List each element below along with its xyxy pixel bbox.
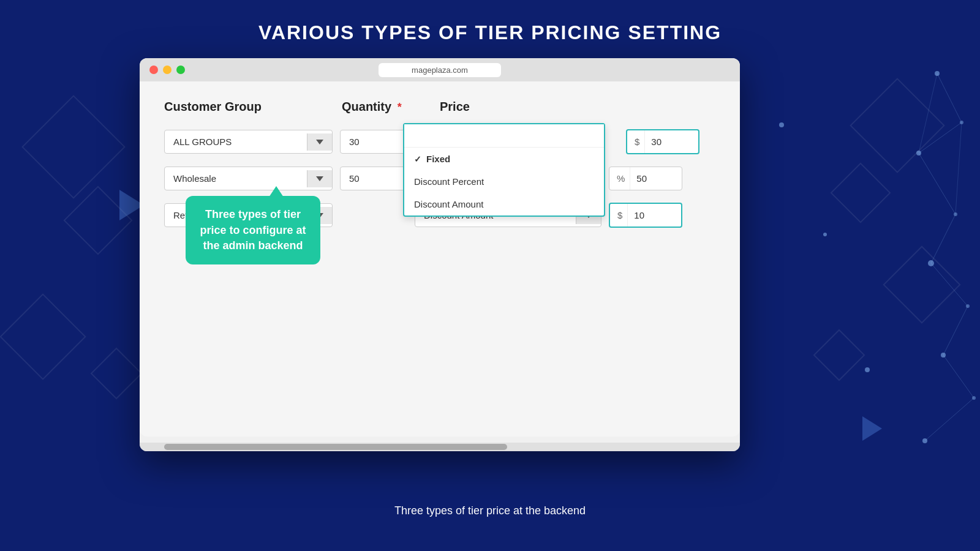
page-caption: Three types of tier price at the backend bbox=[0, 504, 980, 517]
customer-group-select-1[interactable]: ALL GROUPS bbox=[164, 130, 333, 154]
svg-point-6 bbox=[941, 353, 946, 358]
dot-2 bbox=[823, 233, 827, 236]
browser-content: Customer Group Quantity * Price ALL GROU… bbox=[140, 81, 740, 437]
svg-line-15 bbox=[943, 355, 974, 398]
price-type-dropdown[interactable]: ✓ Fixed Discount Percent Discount Amount bbox=[403, 123, 605, 217]
svg-line-18 bbox=[956, 122, 962, 214]
price-amount-1: 30 bbox=[645, 130, 668, 153]
svg-line-16 bbox=[925, 398, 974, 441]
svg-line-11 bbox=[919, 153, 956, 214]
dropdown-option-fixed[interactable]: ✓ Fixed bbox=[404, 148, 604, 170]
table-row-1: ALL GROUPS 30 ✓ Fixed Discount Percent bbox=[164, 129, 715, 154]
browser-maximize-button[interactable] bbox=[176, 66, 185, 74]
arrow-down-icon-1 bbox=[316, 140, 323, 144]
svg-point-8 bbox=[922, 438, 927, 443]
tooltip-bubble: Three types of tier price to configure a… bbox=[186, 196, 320, 264]
svg-line-9 bbox=[937, 73, 962, 122]
hex-1 bbox=[21, 95, 126, 199]
price-symbol-2: % bbox=[609, 167, 630, 190]
table-rows: ALL GROUPS 30 ✓ Fixed Discount Percent bbox=[164, 129, 715, 228]
svg-point-0 bbox=[935, 71, 940, 76]
price-value-box-3[interactable]: $ 10 bbox=[609, 203, 682, 228]
customer-group-select-2[interactable]: Wholesale bbox=[164, 167, 333, 190]
customer-group-arrow-2[interactable] bbox=[307, 170, 332, 187]
price-value-box-2[interactable]: % 50 bbox=[609, 167, 682, 190]
svg-point-4 bbox=[928, 260, 934, 266]
dropdown-search-input[interactable] bbox=[404, 124, 604, 148]
svg-line-10 bbox=[919, 122, 962, 153]
browser-minimize-button[interactable] bbox=[163, 66, 172, 74]
dot-3 bbox=[865, 367, 870, 372]
hex-7 bbox=[883, 246, 960, 323]
svg-point-3 bbox=[954, 212, 957, 216]
triangle-right-2 bbox=[862, 416, 882, 441]
svg-point-5 bbox=[966, 304, 970, 308]
url-text: mageplaza.com bbox=[412, 66, 468, 75]
dot-1 bbox=[779, 122, 784, 127]
quantity-input-2[interactable]: 50 bbox=[340, 167, 407, 190]
hex-2 bbox=[63, 186, 132, 255]
page-title: VARIOUS TYPES OF TIER PRICING SETTING bbox=[0, 0, 980, 44]
customer-group-value-1: ALL GROUPS bbox=[165, 130, 307, 153]
checkmark-icon: ✓ bbox=[414, 154, 421, 164]
browser-scrollbar[interactable] bbox=[140, 443, 740, 451]
svg-line-12 bbox=[931, 214, 956, 263]
quantity-label: Quantity bbox=[342, 100, 391, 113]
tooltip-text: Three types of tier price to configure a… bbox=[200, 208, 306, 251]
price-symbol-3: $ bbox=[610, 204, 628, 227]
browser-titlebar: mageplaza.com bbox=[140, 58, 740, 81]
hex-3 bbox=[0, 293, 86, 380]
hex-6 bbox=[831, 163, 891, 223]
option-discount-amount-label: Discount Amount bbox=[414, 199, 483, 209]
customer-group-value-2: Wholesale bbox=[165, 167, 307, 190]
svg-line-14 bbox=[943, 306, 968, 355]
price-amount-2: 50 bbox=[630, 167, 653, 190]
price-value-box-1[interactable]: $ 30 bbox=[626, 129, 699, 154]
arrow-down-icon-2 bbox=[316, 176, 323, 181]
hex-8 bbox=[813, 329, 865, 381]
option-discount-percent-label: Discount Percent bbox=[414, 176, 484, 187]
url-bar[interactable]: mageplaza.com bbox=[379, 63, 501, 77]
hex-4 bbox=[91, 348, 143, 400]
network-lines-svg bbox=[766, 0, 980, 551]
price-amount-3: 10 bbox=[628, 204, 650, 227]
hex-5 bbox=[850, 78, 945, 173]
price-symbol-1: $ bbox=[627, 130, 645, 153]
browser-close-button[interactable] bbox=[149, 66, 158, 74]
required-star: * bbox=[398, 101, 402, 113]
customer-group-arrow-1[interactable] bbox=[307, 133, 332, 151]
svg-line-13 bbox=[931, 263, 968, 306]
dropdown-option-discount-percent[interactable]: Discount Percent bbox=[404, 170, 604, 193]
header-quantity: Quantity * bbox=[342, 100, 440, 114]
browser-window: mageplaza.com Customer Group Quantity * … bbox=[140, 58, 740, 451]
header-customer-group: Customer Group bbox=[164, 100, 342, 114]
svg-point-1 bbox=[960, 121, 963, 124]
svg-line-17 bbox=[919, 73, 937, 153]
option-fixed-label: Fixed bbox=[426, 154, 450, 164]
quantity-input-1[interactable]: 30 bbox=[340, 130, 407, 154]
table-header: Customer Group Quantity * Price bbox=[164, 100, 715, 114]
scrollbar-thumb[interactable] bbox=[164, 444, 507, 450]
dropdown-option-discount-amount[interactable]: Discount Amount bbox=[404, 193, 604, 216]
svg-point-2 bbox=[916, 151, 921, 156]
header-price: Price bbox=[440, 100, 470, 114]
svg-point-7 bbox=[972, 396, 976, 400]
